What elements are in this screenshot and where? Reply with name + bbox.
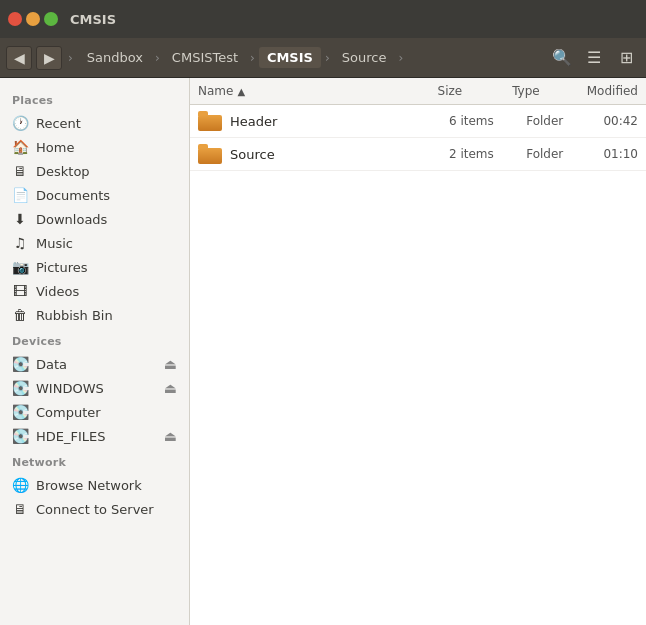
sidebar-item-computer[interactable]: 💽 Computer xyxy=(0,400,189,424)
minimize-button[interactable] xyxy=(26,12,40,26)
maximize-button[interactable] xyxy=(44,12,58,26)
sidebar-item-documents[interactable]: 📄 Documents xyxy=(0,183,189,207)
sidebar-item-downloads[interactable]: ⬇ Downloads xyxy=(0,207,189,231)
file-name-source: Source xyxy=(230,147,275,162)
breadcrumb-source[interactable]: Source xyxy=(334,47,395,68)
file-list: Name ▲ Size Type Modified Header 6 items xyxy=(190,78,646,625)
col-type-label: Type xyxy=(512,84,540,98)
sidebar-item-recent[interactable]: 🕐 Recent xyxy=(0,111,189,135)
sidebar-label-connect-server: Connect to Server xyxy=(36,502,177,517)
table-row[interactable]: Header 6 items Folder 00:42 xyxy=(190,105,646,138)
places-header: Places xyxy=(0,86,189,111)
sidebar-item-data[interactable]: 💽 Data ⏏ xyxy=(0,352,189,376)
sidebar-label-downloads: Downloads xyxy=(36,212,177,227)
breadcrumb-arrow-start: › xyxy=(66,51,75,65)
forward-button[interactable]: ▶ xyxy=(36,46,62,70)
sidebar-item-connect-server[interactable]: 🖥 Connect to Server xyxy=(0,497,189,521)
col-header-type[interactable]: Type xyxy=(504,78,579,104)
file-name-header: Header xyxy=(230,114,277,129)
sidebar-item-desktop[interactable]: 🖥 Desktop xyxy=(0,159,189,183)
window-title: CMSIS xyxy=(70,12,116,27)
sidebar-item-windows[interactable]: 💽 WINDOWS ⏏ xyxy=(0,376,189,400)
recent-icon: 🕐 xyxy=(12,115,28,131)
sidebar-item-music[interactable]: ♫ Music xyxy=(0,231,189,255)
sidebar-item-browse-network[interactable]: 🌐 Browse Network xyxy=(0,473,189,497)
sidebar-label-windows: WINDOWS xyxy=(36,381,156,396)
sidebar-item-hde-files[interactable]: 💽 HDE_FILES ⏏ xyxy=(0,424,189,448)
col-name-label: Name xyxy=(198,84,233,98)
folder-icon-source xyxy=(198,144,222,164)
devices-header: Devices xyxy=(0,327,189,352)
col-header-modified[interactable]: Modified xyxy=(579,78,646,104)
toolbar: ◀ ▶ › Sandbox › CMSISTest › CMSIS › Sour… xyxy=(0,38,646,78)
file-name-cell-header: Header xyxy=(198,111,449,131)
data-drive-icon: 💽 xyxy=(12,356,28,372)
folder-icon-header xyxy=(198,111,222,131)
sidebar-label-data: Data xyxy=(36,357,156,372)
file-name-cell-source: Source xyxy=(198,144,449,164)
sidebar-label-music: Music xyxy=(36,236,177,251)
search-button[interactable]: 🔍 xyxy=(548,44,576,72)
breadcrumb: Sandbox › CMSISTest › CMSIS › Source › xyxy=(79,47,544,68)
eject-hde-button[interactable]: ⏏ xyxy=(164,428,177,444)
col-header-name[interactable]: Name ▲ xyxy=(190,78,430,104)
rubbish-bin-icon: 🗑 xyxy=(12,307,28,323)
windows-drive-icon: 💽 xyxy=(12,380,28,396)
file-size-source: 2 items xyxy=(449,147,526,161)
breadcrumb-sandbox[interactable]: Sandbox xyxy=(79,47,151,68)
titlebar: CMSIS xyxy=(0,0,646,38)
sidebar-item-pictures[interactable]: 📷 Pictures xyxy=(0,255,189,279)
connect-server-icon: 🖥 xyxy=(12,501,28,517)
sidebar-label-rubbish-bin: Rubbish Bin xyxy=(36,308,177,323)
col-header-size[interactable]: Size xyxy=(430,78,505,104)
file-size-header: 6 items xyxy=(449,114,526,128)
close-button[interactable] xyxy=(8,12,22,26)
eject-windows-button[interactable]: ⏏ xyxy=(164,380,177,396)
downloads-icon: ⬇ xyxy=(12,211,28,227)
sort-arrow-name: ▲ xyxy=(237,86,245,97)
file-type-source: Folder xyxy=(526,147,603,161)
col-modified-label: Modified xyxy=(587,84,638,98)
sidebar-item-home[interactable]: 🏠 Home xyxy=(0,135,189,159)
breadcrumb-cmsis-test[interactable]: CMSISTest xyxy=(164,47,246,68)
grid-button[interactable]: ⊞ xyxy=(612,44,640,72)
col-size-label: Size xyxy=(438,84,463,98)
pictures-icon: 📷 xyxy=(12,259,28,275)
sidebar-item-rubbish-bin[interactable]: 🗑 Rubbish Bin xyxy=(0,303,189,327)
desktop-icon: 🖥 xyxy=(12,163,28,179)
sidebar-label-recent: Recent xyxy=(36,116,177,131)
sidebar-label-home: Home xyxy=(36,140,177,155)
sidebar-label-hde-files: HDE_FILES xyxy=(36,429,156,444)
window-controls xyxy=(8,12,58,26)
music-icon: ♫ xyxy=(12,235,28,251)
file-list-header: Name ▲ Size Type Modified xyxy=(190,78,646,105)
sidebar-item-videos[interactable]: 🎞 Videos xyxy=(0,279,189,303)
home-icon: 🏠 xyxy=(12,139,28,155)
breadcrumb-cmsis[interactable]: CMSIS xyxy=(259,47,321,68)
eject-data-button[interactable]: ⏏ xyxy=(164,356,177,372)
file-modified-header: 00:42 xyxy=(603,114,638,128)
sidebar-label-documents: Documents xyxy=(36,188,177,203)
sidebar-label-browse-network: Browse Network xyxy=(36,478,177,493)
hde-files-icon: 💽 xyxy=(12,428,28,444)
file-type-header: Folder xyxy=(526,114,603,128)
sidebar-label-desktop: Desktop xyxy=(36,164,177,179)
sidebar-label-computer: Computer xyxy=(36,405,177,420)
sidebar-label-videos: Videos xyxy=(36,284,177,299)
documents-icon: 📄 xyxy=(12,187,28,203)
main-area: Places 🕐 Recent 🏠 Home 🖥 Desktop 📄 Docum… xyxy=(0,78,646,625)
sidebar: Places 🕐 Recent 🏠 Home 🖥 Desktop 📄 Docum… xyxy=(0,78,190,625)
browse-network-icon: 🌐 xyxy=(12,477,28,493)
menu-button[interactable]: ☰ xyxy=(580,44,608,72)
back-button[interactable]: ◀ xyxy=(6,46,32,70)
computer-icon: 💽 xyxy=(12,404,28,420)
sidebar-label-pictures: Pictures xyxy=(36,260,177,275)
network-header: Network xyxy=(0,448,189,473)
file-modified-source: 01:10 xyxy=(603,147,638,161)
table-row[interactable]: Source 2 items Folder 01:10 xyxy=(190,138,646,171)
videos-icon: 🎞 xyxy=(12,283,28,299)
toolbar-actions: 🔍 ☰ ⊞ xyxy=(548,44,640,72)
